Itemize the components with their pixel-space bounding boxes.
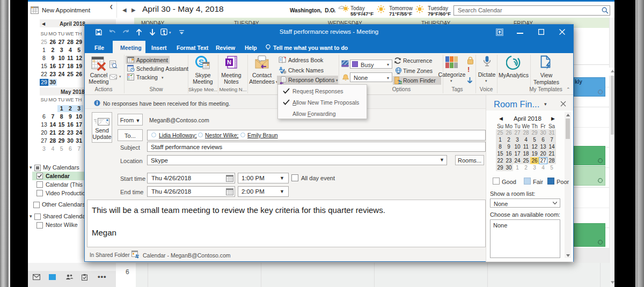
svg-text:N: N	[227, 59, 231, 65]
